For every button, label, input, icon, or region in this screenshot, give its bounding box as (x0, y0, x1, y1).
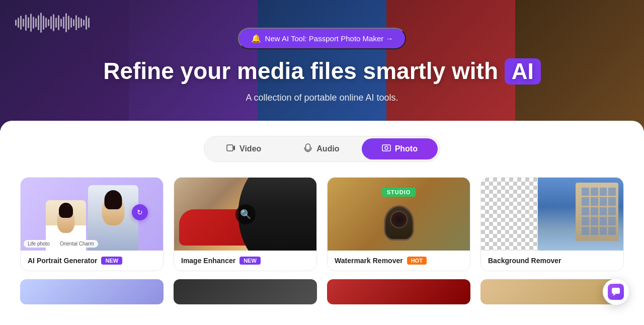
tab-photo-label: Photo (395, 144, 418, 153)
building-sky (538, 178, 623, 251)
svg-point-4 (385, 146, 388, 149)
tools-grid: ↻ Life photo Oriental Charm AI Portrait … (20, 177, 624, 271)
card-title-ai-portrait: AI Portrait Generator (28, 257, 97, 265)
chat-icon (608, 284, 624, 300)
audio-icon (303, 143, 312, 154)
building-windows (582, 188, 616, 235)
search-icon-enhancer: 🔍 (235, 204, 256, 224)
badge-new-enhancer: NEW (239, 257, 261, 265)
bottom-card-3[interactable] (327, 279, 470, 304)
svg-marker-1 (233, 145, 235, 150)
tab-audio-label: Audio (316, 144, 339, 153)
main-content: Video Audio (0, 121, 644, 314)
card-title-watermark: Watermark Remover (335, 257, 403, 265)
card-footer-enhancer: Image Enhancer NEW (174, 251, 316, 271)
studio-badge: STUDIO (382, 188, 416, 197)
svg-rect-5 (612, 288, 620, 294)
svg-rect-3 (382, 145, 390, 151)
style-tag-1: Life photo (24, 240, 54, 248)
bottom-card-2[interactable] (174, 279, 317, 304)
badge-new-ai-portrait: NEW (101, 257, 122, 265)
hero-title: Refine your media files smartly with AI (103, 58, 541, 85)
chat-support-button[interactable] (603, 279, 629, 305)
filter-tabs: Video Audio (20, 136, 624, 162)
video-icon (226, 143, 235, 154)
speaker-object (384, 205, 414, 240)
tool-card-ai-portrait[interactable]: ↻ Life photo Oriental Charm AI Portrait … (20, 177, 164, 271)
badge-hot-watermark: HOT (407, 257, 427, 265)
tool-card-image-enhancer[interactable]: 🔍 Image Enhancer NEW (174, 177, 317, 271)
svg-rect-0 (227, 145, 233, 151)
tab-audio[interactable]: Audio (283, 138, 359, 159)
card-image-enhancer: 🔍 (174, 178, 316, 251)
tab-photo[interactable]: Photo (362, 138, 438, 159)
photo-icon (382, 143, 391, 154)
card-image-ai-portrait: ↻ Life photo Oriental Charm (21, 178, 163, 251)
hero-title-main: Refine your media files smartly with (103, 58, 498, 84)
watermark-background: STUDIO (328, 178, 470, 251)
hero-content: 🔔 New AI Tool: Passport Photo Maker → Re… (0, 0, 644, 131)
bell-icon: 🔔 (251, 34, 261, 43)
speaker-circle (390, 211, 408, 228)
bg-remover-image (481, 178, 623, 251)
style-tag-2: Oriental Charm (56, 240, 98, 248)
card-footer-bg-remover: Background Remover (481, 251, 623, 271)
card-footer-watermark: Watermark Remover HOT (328, 251, 470, 271)
tool-card-bg-remover[interactable]: Background Remover (480, 177, 624, 271)
bottom-card-1[interactable] (20, 279, 164, 304)
refresh-icon: ↻ (132, 204, 148, 220)
style-tags: Life photo Oriental Charm (24, 240, 98, 248)
notification-banner[interactable]: 🔔 New AI Tool: Passport Photo Maker → (238, 28, 407, 49)
hero-section: 🔔 New AI Tool: Passport Photo Maker → Re… (0, 0, 644, 131)
card-title-enhancer: Image Enhancer (181, 257, 235, 265)
bottom-row-preview (20, 279, 624, 304)
tabs-container: Video Audio (204, 136, 440, 162)
tab-video-label: Video (239, 144, 261, 153)
tool-card-watermark[interactable]: STUDIO Watermark Remover HOT (327, 177, 470, 271)
tab-video[interactable]: Video (206, 138, 281, 159)
card-image-watermark: STUDIO (328, 178, 470, 251)
card-footer-ai-portrait: AI Portrait Generator NEW (21, 251, 163, 271)
card-image-bg-remover (481, 178, 623, 251)
card-title-bg-remover: Background Remover (488, 257, 561, 265)
notification-text: New AI Tool: Passport Photo Maker → (265, 34, 393, 43)
ai-badge: AI (505, 58, 541, 85)
hero-subtitle: A collection of portable online AI tools… (246, 93, 398, 103)
